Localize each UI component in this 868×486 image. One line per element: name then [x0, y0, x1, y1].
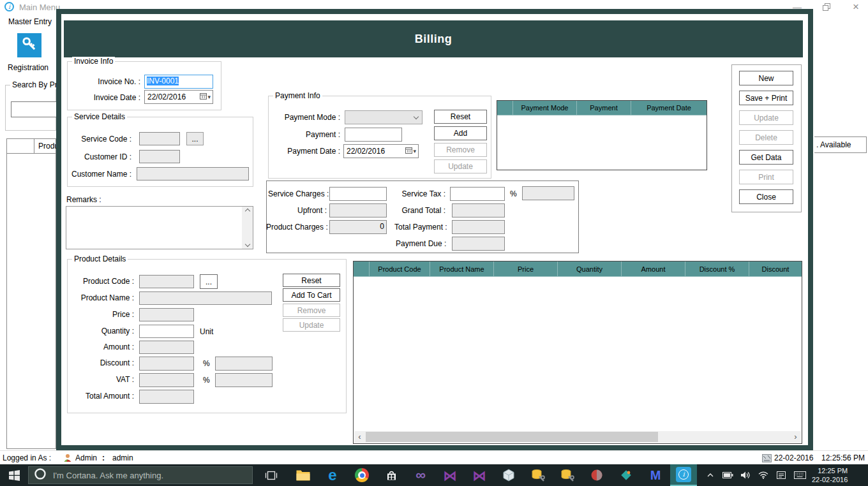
vat-input[interactable]: [139, 373, 194, 387]
col-payment[interactable]: Payment: [577, 101, 631, 115]
vat-amount-input[interactable]: [215, 373, 273, 387]
product-remove-button[interactable]: Remove: [283, 304, 340, 317]
product-grid-hscrollbar[interactable]: ‹ ›: [354, 431, 801, 443]
taskbar-clock[interactable]: 12:25 PM 22-02-2016: [812, 466, 848, 484]
total-amount-input[interactable]: [139, 390, 194, 404]
task-view-button[interactable]: [257, 464, 286, 486]
new-button[interactable]: New: [739, 71, 793, 85]
registration-label: Registration: [8, 63, 49, 73]
dropdown-arrow-icon: ▾: [207, 94, 211, 100]
blend-cube-icon[interactable]: [494, 464, 523, 486]
service-tax-input[interactable]: [450, 187, 505, 201]
unit-label: Unit: [200, 327, 213, 337]
start-button[interactable]: [0, 464, 28, 486]
action-center-icon[interactable]: [772, 464, 790, 486]
payment-date-picker[interactable]: 22/02/2016 ▾: [343, 144, 419, 158]
search-input[interactable]: [11, 101, 62, 117]
scroll-up-icon[interactable]: [244, 209, 250, 214]
tray-chevron-icon[interactable]: [702, 464, 719, 486]
product-update-button[interactable]: Update: [283, 318, 340, 332]
product-grid[interactable]: Product Code Product Name Price Quantity…: [353, 261, 802, 444]
scroll-left-icon[interactable]: ‹: [354, 431, 365, 443]
scrollbar-track[interactable]: [365, 431, 790, 443]
service-charges-input[interactable]: [329, 187, 387, 201]
remarks-textarea[interactable]: [66, 206, 253, 249]
help-viewer-icon[interactable]: [582, 464, 611, 486]
customer-name-input[interactable]: [137, 167, 249, 180]
chrome-icon[interactable]: [347, 464, 377, 486]
vs-online-icon[interactable]: ∞: [406, 464, 435, 486]
price-input[interactable]: [139, 308, 194, 321]
invoice-no-selected-text: INV-0001: [147, 77, 179, 85]
product-code-browse-button[interactable]: ...: [200, 274, 218, 289]
scroll-down-icon[interactable]: [244, 242, 250, 247]
col-amount[interactable]: Amount: [622, 261, 685, 276]
get-data-button[interactable]: Get Data: [739, 150, 793, 165]
sql-tools-2-icon[interactable]: [553, 464, 582, 486]
sql-tools-icon[interactable]: [523, 464, 553, 486]
quantity-input[interactable]: [139, 325, 194, 338]
scrollbar-thumb[interactable]: [366, 432, 658, 442]
delete-button[interactable]: Delete: [739, 130, 793, 145]
print-button[interactable]: Print: [739, 170, 793, 184]
payment-reset-button[interactable]: Reset: [434, 110, 487, 124]
wifi-icon[interactable]: [754, 464, 772, 486]
active-app-main-menu[interactable]: i: [670, 464, 697, 486]
col-discount-pct[interactable]: Discount %: [685, 261, 749, 276]
app-info-icon: i: [676, 467, 691, 482]
billing-form: Billing Invoice Info Invoice No. : INV-0…: [56, 9, 813, 450]
save-print-button[interactable]: Save + Print: [739, 91, 793, 105]
product-reset-button[interactable]: Reset: [283, 274, 340, 287]
registration-button[interactable]: [17, 33, 41, 57]
service-code-browse-button[interactable]: ...: [186, 132, 204, 145]
product-code-input[interactable]: [139, 275, 194, 288]
payment-grid[interactable]: Payment Mode Payment Payment Date: [497, 100, 707, 170]
service-code-input[interactable]: [139, 132, 180, 145]
menu-master-entry[interactable]: Master Entry: [8, 17, 52, 27]
close-icon[interactable]: ×: [849, 1, 863, 13]
visual-studio-2-icon[interactable]: ⋈: [465, 464, 494, 486]
cortana-search-box[interactable]: I'm Cortana. Ask me anything.: [28, 466, 253, 484]
scroll-right-icon[interactable]: ›: [790, 431, 801, 443]
payment-add-button[interactable]: Add: [434, 126, 487, 140]
dev-app-icon[interactable]: [611, 464, 641, 486]
service-tax-amount-input[interactable]: [522, 186, 574, 200]
col-product-name[interactable]: Product Name: [430, 261, 494, 276]
update-button[interactable]: Update: [739, 110, 793, 125]
windows-store-icon[interactable]: [377, 464, 406, 486]
product-charges-input[interactable]: 0: [329, 220, 387, 234]
invoice-date-picker[interactable]: 22/02/2016 ▾: [144, 90, 213, 104]
col-price[interactable]: Price: [494, 261, 558, 276]
upfront-input[interactable]: [329, 203, 387, 217]
invoice-no-input[interactable]: INV-0001: [144, 75, 213, 89]
malwarebytes-icon[interactable]: M: [641, 464, 670, 486]
touch-keyboard-icon[interactable]: [790, 464, 809, 486]
add-to-cart-button[interactable]: Add To Cart: [283, 288, 340, 302]
product-name-input[interactable]: [139, 291, 272, 305]
col-discount[interactable]: Discount: [749, 261, 802, 276]
col-quantity[interactable]: Quantity: [558, 261, 622, 276]
discount-input[interactable]: [139, 357, 194, 371]
file-explorer-icon[interactable]: [288, 464, 318, 486]
col-product-code[interactable]: Product Code: [370, 261, 430, 276]
payment-update-button[interactable]: Update: [434, 159, 487, 173]
col-payment-date[interactable]: Payment Date: [631, 101, 707, 115]
grand-total-input[interactable]: [452, 203, 505, 217]
battery-icon[interactable]: [719, 464, 737, 486]
vat-label: VAT :: [70, 375, 134, 385]
payment-input[interactable]: [345, 128, 402, 142]
payment-due-input[interactable]: [452, 237, 505, 251]
col-payment-mode[interactable]: Payment Mode: [513, 101, 577, 115]
close-button[interactable]: Close: [739, 189, 793, 204]
payment-mode-select[interactable]: [345, 110, 423, 124]
customer-id-input[interactable]: [139, 150, 180, 163]
edge-icon[interactable]: e: [318, 464, 347, 486]
restore-icon[interactable]: [819, 1, 834, 13]
payment-remove-button[interactable]: Remove: [434, 143, 487, 157]
remarks-scrollbar[interactable]: [242, 207, 253, 249]
total-payment-input[interactable]: [452, 220, 505, 234]
volume-icon[interactable]: [737, 464, 754, 486]
discount-amount-input[interactable]: [215, 357, 273, 371]
visual-studio-icon[interactable]: ⋈: [435, 464, 465, 486]
amount-input[interactable]: [139, 341, 194, 354]
